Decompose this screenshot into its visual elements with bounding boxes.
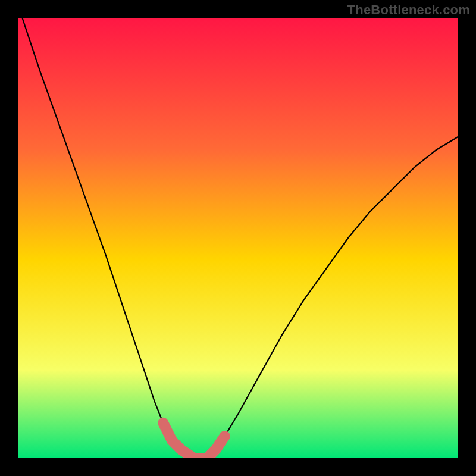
watermark-label: TheBottleneck.com [347, 2, 470, 18]
chart-stage: TheBottleneck.com [0, 0, 476, 476]
plot-background [18, 18, 458, 458]
chart-svg [0, 0, 476, 476]
